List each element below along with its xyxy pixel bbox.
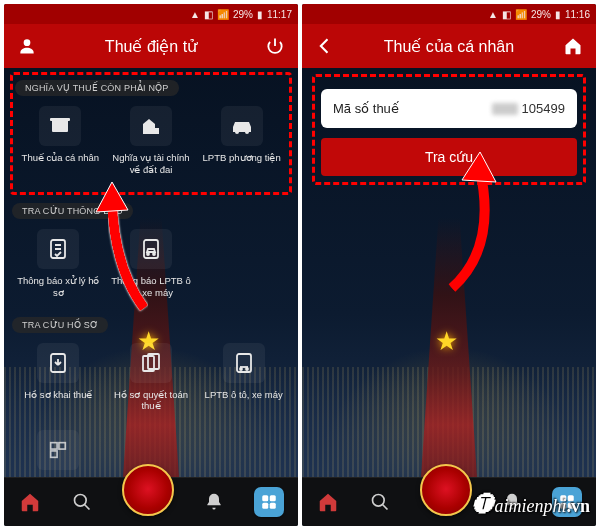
document-car-icon [130, 229, 172, 269]
svg-rect-22 [270, 495, 276, 501]
nav-apps-icon[interactable] [552, 487, 582, 517]
user-icon[interactable] [16, 35, 38, 57]
phone-screen-right: ▲◧📶 29% ▮ 11:16 Thuế của cá nhân ★ Mã số [302, 4, 596, 526]
tile-notice-dossier[interactable]: Thông báo xử lý hồ sơ [14, 225, 103, 303]
bottom-nav [4, 477, 298, 526]
land-icon [130, 106, 172, 146]
status-bar: ▲◧📶 29% ▮ 11:16 [302, 4, 596, 24]
section-label-dossier: TRA CỨU HỒ SƠ [12, 317, 108, 333]
phone-screen-left: ▲◧📶 29% ▮ 11:17 Thuế điện tử ★ NGHĨA VỤ … [4, 4, 298, 526]
svg-rect-29 [560, 503, 566, 509]
tile-dossier-settlement[interactable]: Hồ sơ quyết toán thuế [107, 339, 196, 417]
document-check-icon [37, 229, 79, 269]
nav-seal-icon[interactable] [122, 464, 174, 516]
svg-rect-28 [568, 495, 574, 501]
svg-point-0 [24, 39, 31, 46]
tile-notice-vehicle[interactable]: Thông báo LPTB ô tô, xe máy [107, 225, 196, 303]
svg-rect-13 [237, 354, 251, 372]
personal-tax-icon [39, 106, 81, 146]
svg-rect-30 [568, 503, 574, 509]
car-icon [221, 106, 263, 146]
svg-rect-16 [51, 443, 57, 449]
tile-dossier-vehicle[interactable]: LPTB ô tô, xe máy [199, 339, 288, 417]
power-icon[interactable] [264, 35, 286, 57]
header-title: Thuế của cá nhân [336, 37, 562, 56]
app-header: Thuế của cá nhân [302, 24, 596, 68]
svg-point-26 [373, 495, 385, 507]
nav-bell-icon[interactable] [202, 490, 226, 514]
nav-search-icon[interactable] [70, 490, 94, 514]
svg-point-14 [240, 368, 242, 370]
masked-value [492, 103, 518, 115]
nav-home-icon[interactable] [18, 490, 42, 514]
tile-personal-tax[interactable]: Thuế của cá nhân [17, 102, 104, 180]
nav-seal-icon[interactable] [420, 464, 472, 516]
svg-point-20 [75, 495, 87, 507]
svg-point-15 [246, 368, 248, 370]
svg-rect-27 [560, 495, 566, 501]
svg-rect-1 [52, 120, 68, 132]
nav-bell-icon[interactable] [500, 490, 524, 514]
svg-rect-18 [51, 451, 57, 457]
tile-extra[interactable] [14, 426, 103, 474]
tax-code-label: Mã số thuế [333, 101, 399, 116]
back-icon[interactable] [314, 35, 336, 57]
svg-point-4 [235, 130, 239, 134]
section-label-notice: TRA CỨU THÔNG BÁO [12, 203, 133, 219]
svg-rect-23 [262, 503, 268, 509]
svg-rect-21 [262, 495, 268, 501]
app-header: Thuế điện tử [4, 24, 298, 68]
svg-rect-17 [59, 443, 65, 449]
nav-apps-icon[interactable] [254, 487, 284, 517]
documents-icon [130, 343, 172, 383]
tile-dossier-declare[interactable]: Hồ sơ khai thuế [14, 339, 103, 417]
svg-point-5 [245, 130, 249, 134]
tile-land-finance[interactable]: Nghĩa vụ tài chính về đất đai [108, 102, 195, 180]
svg-rect-3 [153, 128, 159, 134]
header-title: Thuế điện tử [38, 37, 264, 56]
bottom-nav [302, 477, 596, 526]
document-vehicle-icon [223, 343, 265, 383]
nav-home-icon[interactable] [316, 490, 340, 514]
grid-icon [37, 430, 79, 470]
highlight-box-obligations: NGHĨA VỤ THUẾ CÒN PHẢI NỘP Thuế của cá n… [10, 72, 292, 195]
svg-point-8 [147, 253, 149, 255]
svg-point-9 [153, 253, 155, 255]
tax-code-field[interactable]: Mã số thuế 105499 [321, 89, 577, 128]
lookup-button[interactable]: Tra cứu [321, 138, 577, 176]
document-arrow-icon [37, 343, 79, 383]
status-bar: ▲◧📶 29% ▮ 11:17 [4, 4, 298, 24]
highlight-box-form: Mã số thuế 105499 Tra cứu [312, 74, 586, 185]
tile-vehicle-fee[interactable]: LPTB phương tiện [198, 102, 285, 180]
svg-rect-24 [270, 503, 276, 509]
home-icon[interactable] [562, 35, 584, 57]
svg-rect-2 [50, 118, 70, 121]
section-label-obligation: NGHĨA VỤ THUẾ CÒN PHẢI NỘP [15, 80, 179, 96]
tax-code-value: 105499 [522, 101, 565, 116]
nav-search-icon[interactable] [368, 490, 392, 514]
